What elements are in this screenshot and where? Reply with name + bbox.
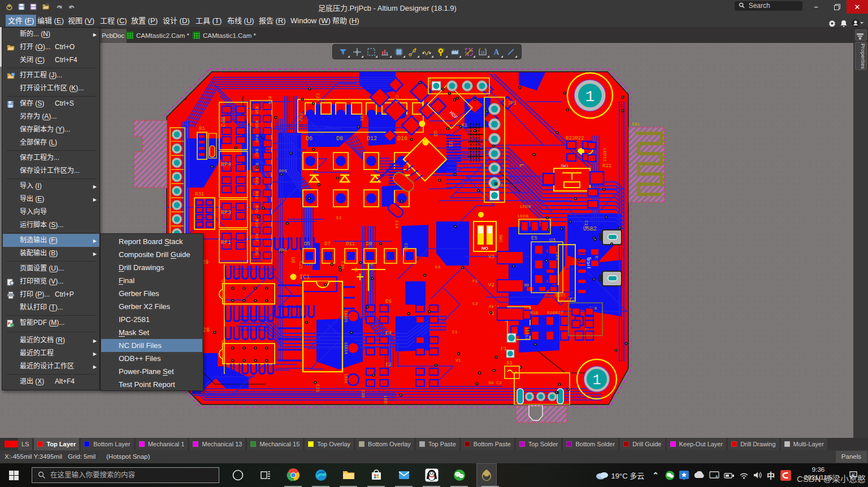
svg-text:RP4: RP4 bbox=[221, 162, 231, 168]
svg-text:R40: R40 bbox=[254, 134, 259, 143]
svg-text:NO: NO bbox=[481, 246, 488, 251]
svg-text:JP2: JP2 bbox=[427, 77, 432, 85]
svg-text:U2: U2 bbox=[432, 131, 438, 137]
svg-text:R26R27: R26R27 bbox=[547, 310, 563, 315]
svg-text:U4: U4 bbox=[220, 340, 225, 346]
svg-text:C19: C19 bbox=[584, 220, 589, 229]
svg-text:C14: C14 bbox=[394, 220, 400, 229]
svg-text:Y+: Y+ bbox=[354, 267, 359, 272]
svg-text:LED9: LED9 bbox=[520, 204, 531, 209]
svg-text:D5: D5 bbox=[304, 241, 310, 247]
svg-text:LED11: LED11 bbox=[602, 148, 607, 162]
svg-text:1: 1 bbox=[592, 372, 601, 389]
svg-text:R42: R42 bbox=[254, 149, 259, 157]
svg-text:C21: C21 bbox=[298, 261, 303, 269]
svg-text:LED8: LED8 bbox=[518, 214, 528, 219]
svg-text:V2: V2 bbox=[488, 282, 494, 288]
svg-text:RP2: RP2 bbox=[219, 117, 225, 127]
svg-text:1: 1 bbox=[585, 88, 595, 106]
svg-text:RP3: RP3 bbox=[221, 210, 231, 216]
svg-text:P: P bbox=[8, 321, 11, 325]
svg-text:C30: C30 bbox=[361, 390, 366, 398]
svg-text:R36: R36 bbox=[254, 106, 259, 115]
svg-text:K3: K3 bbox=[497, 182, 503, 188]
svg-text:V1: V1 bbox=[455, 358, 461, 363]
svg-text:C21: C21 bbox=[315, 384, 320, 393]
svg-text:E2: E2 bbox=[385, 362, 392, 368]
svg-text:RP1: RP1 bbox=[221, 240, 231, 246]
svg-text:IC1: IC1 bbox=[300, 274, 310, 280]
svg-text:5N1: 5N1 bbox=[632, 121, 640, 127]
svg-text:C1: C1 bbox=[452, 329, 458, 334]
svg-text:JP1: JP1 bbox=[507, 101, 517, 106]
svg-text:D9: D9 bbox=[366, 241, 372, 247]
svg-text:C22: C22 bbox=[298, 113, 303, 121]
svg-text:R37: R37 bbox=[254, 233, 259, 242]
svg-text:E2: E2 bbox=[336, 215, 342, 220]
svg-text:U5: U5 bbox=[220, 280, 225, 285]
svg-text:R23R22: R23R22 bbox=[566, 136, 584, 141]
svg-text:SW2: SW2 bbox=[498, 234, 504, 243]
svg-text:10: 10 bbox=[481, 50, 485, 54]
svg-text:D7: D7 bbox=[324, 241, 331, 247]
svg-text:X1: X1 bbox=[461, 123, 467, 128]
svg-text:SW1: SW1 bbox=[561, 163, 569, 168]
svg-text:R43: R43 bbox=[254, 191, 259, 199]
svg-text:R21: R21 bbox=[602, 163, 611, 169]
svg-text:V3: V3 bbox=[488, 254, 494, 260]
svg-text:D6: D6 bbox=[306, 136, 313, 142]
svg-text:U3: U3 bbox=[549, 238, 555, 244]
svg-text:D8: D8 bbox=[336, 136, 343, 142]
svg-text:C2: C2 bbox=[472, 301, 478, 306]
svg-text:LED15: LED15 bbox=[344, 311, 348, 323]
svg-text:Sdd: Sdd bbox=[279, 168, 287, 173]
svg-text:E4: E4 bbox=[435, 264, 441, 269]
svg-text:F1: F1 bbox=[472, 279, 478, 284]
svg-text:R38: R38 bbox=[254, 120, 259, 129]
svg-text:E6: E6 bbox=[385, 299, 392, 305]
svg-text:LED3: LED3 bbox=[555, 293, 565, 297]
svg-text:D12: D12 bbox=[367, 136, 377, 142]
svg-text:C23: C23 bbox=[555, 252, 560, 260]
svg-text:E4: E4 bbox=[385, 331, 392, 336]
svg-text:R1: R1 bbox=[199, 126, 205, 132]
svg-text:R31: R31 bbox=[195, 192, 204, 197]
svg-text:C31: C31 bbox=[359, 113, 364, 121]
svg-text:R35: R35 bbox=[254, 247, 259, 256]
svg-text:E5: E5 bbox=[531, 236, 537, 241]
svg-text:Sdd: Sdd bbox=[279, 247, 287, 253]
svg-text:D10: D10 bbox=[397, 136, 407, 142]
svg-text:R41: R41 bbox=[254, 205, 259, 214]
svg-text:C22: C22 bbox=[315, 93, 320, 102]
svg-text:LED14: LED14 bbox=[344, 342, 348, 354]
svg-text:D11: D11 bbox=[346, 241, 355, 247]
svg-text:R34: R34 bbox=[267, 96, 272, 105]
svg-text:L: L bbox=[518, 164, 525, 168]
svg-text:R45: R45 bbox=[254, 177, 259, 185]
svg-text:U1: U1 bbox=[448, 141, 453, 147]
svg-text:U6: U6 bbox=[290, 257, 296, 263]
svg-text:S1: S1 bbox=[506, 360, 513, 366]
svg-text:C31: C31 bbox=[394, 95, 400, 103]
svg-text:LED12: LED12 bbox=[524, 328, 529, 340]
svg-text:F1: F1 bbox=[501, 346, 507, 352]
svg-text:R18: R18 bbox=[530, 310, 539, 315]
svg-text:R39: R39 bbox=[254, 219, 259, 228]
svg-text:28: 28 bbox=[203, 327, 210, 333]
svg-text:E3: E3 bbox=[570, 297, 576, 303]
svg-text:S8 C2: S8 C2 bbox=[488, 380, 502, 385]
svg-text:LED1: LED1 bbox=[344, 374, 348, 384]
svg-text:A: A bbox=[493, 48, 500, 56]
svg-text:C15: C15 bbox=[403, 243, 409, 251]
